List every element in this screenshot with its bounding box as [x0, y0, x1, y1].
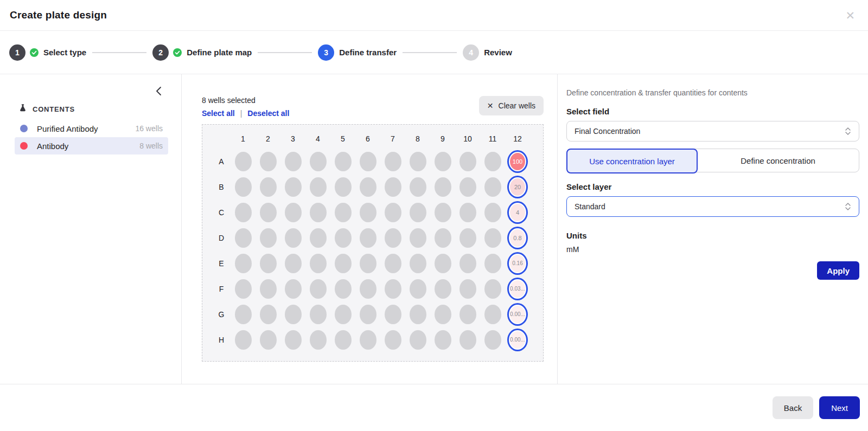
well-B7[interactable]	[385, 177, 401, 197]
well-H9[interactable]	[435, 330, 451, 350]
well-C1[interactable]	[235, 203, 252, 222]
well-D3[interactable]	[285, 228, 302, 248]
well-D6[interactable]	[360, 228, 376, 248]
field-select[interactable]: Final Concentration	[566, 121, 859, 141]
well-H7[interactable]	[385, 330, 401, 350]
well-D5[interactable]	[335, 228, 352, 248]
layer-select[interactable]: Standard	[566, 196, 859, 217]
well-A6[interactable]	[360, 152, 376, 171]
well-A10[interactable]	[459, 152, 476, 171]
well-A5[interactable]	[335, 152, 352, 171]
tab-define-concentration[interactable]: Define concentration	[697, 149, 859, 172]
well-F4[interactable]	[310, 279, 327, 299]
well-G1[interactable]	[235, 305, 252, 324]
well-B2[interactable]	[260, 177, 277, 197]
well-A9[interactable]	[435, 152, 451, 171]
well-F7[interactable]	[385, 279, 401, 299]
well-E2[interactable]	[260, 254, 277, 273]
select-all-link[interactable]: Select all	[202, 109, 235, 118]
well-F5[interactable]	[335, 279, 352, 299]
step-select-type[interactable]: 1Select type	[9, 44, 86, 61]
well-D12[interactable]: 0.8	[507, 227, 528, 249]
well-A11[interactable]	[484, 152, 501, 171]
well-F3[interactable]	[285, 279, 302, 299]
well-F1[interactable]	[235, 279, 252, 299]
well-A2[interactable]	[260, 152, 277, 171]
well-B1[interactable]	[235, 177, 252, 197]
well-F11[interactable]	[484, 279, 501, 299]
well-C10[interactable]	[459, 203, 476, 222]
well-B10[interactable]	[459, 177, 476, 197]
well-C11[interactable]	[484, 203, 501, 222]
next-button[interactable]: Next	[819, 396, 860, 419]
well-E8[interactable]	[410, 254, 426, 273]
well-H12[interactable]: 0.00...	[507, 329, 528, 351]
well-H3[interactable]	[285, 330, 302, 350]
well-D11[interactable]	[484, 228, 501, 248]
well-D2[interactable]	[260, 228, 277, 248]
well-B4[interactable]	[310, 177, 327, 197]
well-C6[interactable]	[360, 203, 376, 222]
well-E10[interactable]	[459, 254, 476, 273]
close-icon[interactable]: ✕	[845, 10, 855, 21]
well-H1[interactable]	[235, 330, 252, 350]
well-F6[interactable]	[360, 279, 376, 299]
well-B8[interactable]	[410, 177, 426, 197]
apply-button[interactable]: Apply	[817, 261, 859, 280]
well-E7[interactable]	[385, 254, 401, 273]
well-F8[interactable]	[410, 279, 426, 299]
well-D9[interactable]	[435, 228, 451, 248]
well-E5[interactable]	[335, 254, 352, 273]
step-review[interactable]: 4Review	[463, 44, 512, 61]
well-F12[interactable]: 0.03...	[507, 278, 528, 300]
well-B5[interactable]	[335, 177, 352, 197]
well-G6[interactable]	[360, 305, 376, 324]
well-D7[interactable]	[385, 228, 401, 248]
well-H4[interactable]	[310, 330, 327, 350]
well-F10[interactable]	[459, 279, 476, 299]
well-B12[interactable]: 20	[507, 176, 528, 198]
well-E1[interactable]	[235, 254, 252, 273]
well-D8[interactable]	[410, 228, 426, 248]
well-A7[interactable]	[385, 152, 401, 171]
content-item-antibody[interactable]: Antibody8 wells	[15, 137, 168, 155]
well-G2[interactable]	[260, 305, 277, 324]
well-G10[interactable]	[459, 305, 476, 324]
well-H8[interactable]	[410, 330, 426, 350]
well-G7[interactable]	[385, 305, 401, 324]
well-A3[interactable]	[285, 152, 302, 171]
well-G4[interactable]	[310, 305, 327, 324]
well-H11[interactable]	[484, 330, 501, 350]
well-G9[interactable]	[435, 305, 451, 324]
well-A12[interactable]: 100	[507, 150, 528, 173]
back-button[interactable]: Back	[773, 396, 813, 419]
step-define-transfer[interactable]: 3Define transfer	[318, 44, 397, 61]
well-D1[interactable]	[235, 228, 252, 248]
well-H5[interactable]	[335, 330, 352, 350]
well-D10[interactable]	[459, 228, 476, 248]
well-E12[interactable]: 0.16	[507, 252, 528, 275]
clear-wells-button[interactable]: ✕ Clear wells	[479, 96, 544, 115]
well-G3[interactable]	[285, 305, 302, 324]
well-C9[interactable]	[435, 203, 451, 222]
well-A4[interactable]	[310, 152, 327, 171]
well-H6[interactable]	[360, 330, 376, 350]
well-C4[interactable]	[310, 203, 327, 222]
well-C12[interactable]: 4	[507, 201, 528, 224]
well-G11[interactable]	[484, 305, 501, 324]
well-E6[interactable]	[360, 254, 376, 273]
well-D4[interactable]	[310, 228, 327, 248]
well-G5[interactable]	[335, 305, 352, 324]
well-E3[interactable]	[285, 254, 302, 273]
well-A8[interactable]	[410, 152, 426, 171]
well-C8[interactable]	[410, 203, 426, 222]
well-B11[interactable]	[484, 177, 501, 197]
well-C5[interactable]	[335, 203, 352, 222]
well-E4[interactable]	[310, 254, 327, 273]
well-C7[interactable]	[385, 203, 401, 222]
content-item-purified-antibody[interactable]: Purified Antibody16 wells	[15, 120, 168, 137]
well-B6[interactable]	[360, 177, 376, 197]
well-G12[interactable]: 0.00...	[507, 303, 528, 326]
deselect-all-link[interactable]: Deselect all	[247, 109, 289, 118]
well-A1[interactable]	[235, 152, 252, 171]
